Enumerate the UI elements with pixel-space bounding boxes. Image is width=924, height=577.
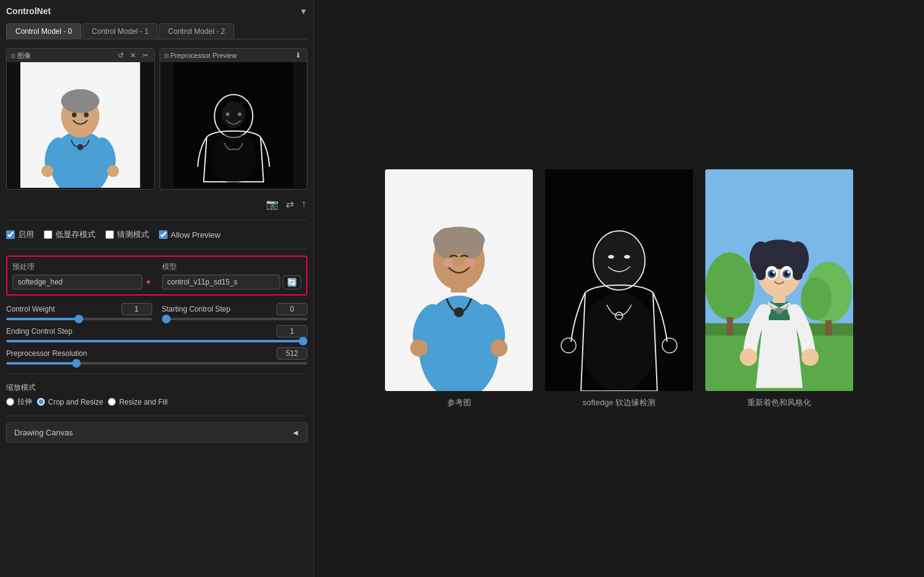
separator-2 (6, 249, 307, 249)
left-panel: ControlNet ▼ Control Model - 0 Control M… (0, 0, 314, 577)
resize-crop-option[interactable]: Crop and Resize (37, 398, 103, 406)
svg-point-65 (772, 271, 775, 273)
source-refresh-icon[interactable]: ↺ (116, 50, 126, 60)
resize-fill-option[interactable]: Resize and Fill (108, 398, 168, 406)
preprocessor-dropdown[interactable]: softedge_hed (12, 275, 142, 289)
svg-point-30 (410, 339, 428, 357)
starting-step-block: Starting Control Step 0 (162, 303, 308, 320)
resize-crop-radio[interactable] (37, 398, 45, 406)
allow-preview-checkbox[interactable]: Allow Preview (159, 230, 221, 240)
svg-point-28 (464, 258, 474, 268)
separator-1 (6, 220, 307, 220)
starting-step-header: Starting Control Step 0 (162, 303, 308, 315)
preproc-res-slider[interactable] (6, 362, 307, 365)
gallery-row: 参考图 (326, 169, 912, 408)
svg-rect-44 (727, 317, 733, 336)
control-weight-header: Control Weight 1 (6, 303, 152, 315)
allow-preview-checkbox-input[interactable] (159, 230, 168, 239)
low-vram-checkbox[interactable]: 低显存模式 (44, 229, 95, 240)
ending-step-slider[interactable] (6, 340, 307, 342)
resize-fill-label: Resize and Fill (119, 398, 168, 406)
guess-mode-checkbox-input[interactable] (105, 230, 114, 239)
panel-title: ControlNet (6, 6, 51, 16)
guess-mode-checkbox[interactable]: 猜测模式 (105, 229, 149, 240)
svg-point-66 (787, 271, 790, 273)
preprocessor-image-icons: ⬇ (293, 50, 303, 60)
gallery-edge-svg (545, 169, 693, 391)
preprocessor-star-icon: ✦ (145, 277, 152, 287)
source-image-header: ⊞ 图像 ↺ ✕ ✂ (7, 49, 154, 62)
source-nurse-svg (7, 62, 154, 188)
gallery-item-1: 参考图 (385, 169, 533, 408)
upload-icon[interactable]: ↑ (300, 197, 307, 211)
model-select-row: control_v11p_sd15_s 🔄 (162, 275, 302, 289)
starting-step-label: Starting Control Step (162, 305, 242, 313)
svg-rect-46 (825, 320, 832, 336)
svg-point-16 (221, 102, 245, 128)
svg-point-17 (211, 133, 256, 184)
ending-step-value: 1 (277, 325, 307, 337)
svg-point-50 (740, 349, 757, 366)
separator-4 (6, 416, 307, 416)
tab-model-2[interactable]: Control Model - 2 (159, 23, 234, 39)
tab-model-0[interactable]: Control Model - 0 (6, 23, 81, 39)
gallery-image-3 (705, 169, 853, 391)
resize-stretch-radio[interactable] (6, 398, 14, 406)
gallery-nurse-ref-svg (385, 169, 533, 391)
gallery-caption-2: softedge 软边缘检测 (583, 397, 656, 408)
resize-crop-label: Crop and Resize (48, 398, 103, 406)
svg-point-34 (581, 293, 657, 391)
model-refresh-button[interactable]: 🔄 (283, 275, 301, 289)
preproc-model-box: 预处理 softedge_hed ✦ 模型 control_v11p_sd15_… (6, 256, 307, 296)
tab-model-1[interactable]: Control Model - 1 (83, 23, 158, 39)
edge-nurse-svg (160, 62, 307, 188)
preproc-res-label: Preprocessor Resolution (6, 349, 87, 358)
drawing-canvas-row[interactable]: Drawing Canvas ◄ (6, 422, 307, 443)
toolbar-row: 📷 ⇄ ↑ (6, 195, 307, 214)
resize-fill-radio[interactable] (108, 398, 116, 406)
low-vram-checkbox-input[interactable] (44, 230, 52, 239)
gallery-image-2 (545, 169, 693, 391)
svg-point-27 (444, 258, 453, 268)
source-image-label: ⊞ 图像 (10, 51, 31, 60)
preprocessor-image-box: ⊞ Preprocessor Preview ⬇ (160, 48, 308, 190)
control-weight-slider[interactable] (6, 318, 152, 320)
svg-point-11 (107, 165, 119, 177)
ending-step-header: Ending Control Step 1 (6, 325, 307, 337)
gallery-caption-3: 重新着色和风格化 (747, 397, 811, 408)
resize-options: 拉伸 Crop and Resize Resize and Fill (6, 397, 307, 407)
model-dropdown[interactable]: control_v11p_sd15_s (162, 275, 281, 289)
svg-point-29 (454, 307, 464, 317)
source-close-icon[interactable]: ✕ (128, 50, 138, 60)
svg-point-38 (624, 255, 630, 259)
svg-point-6 (61, 89, 99, 113)
enable-checkbox[interactable]: 启用 (6, 229, 34, 240)
resize-stretch-option[interactable]: 拉伸 (6, 397, 32, 407)
gallery-item-3: 重新着色和风格化 (705, 169, 853, 408)
model-col-label: 模型 (162, 262, 302, 272)
source-crop-icon[interactable]: ✂ (140, 50, 150, 60)
preprocessor-download-icon[interactable]: ⬇ (293, 50, 303, 60)
preprocessor-column: 预处理 softedge_hed ✦ (12, 262, 152, 289)
camera-icon[interactable]: 📷 (265, 197, 280, 211)
swap-icon[interactable]: ⇄ (285, 197, 295, 211)
starting-step-value: 0 (277, 303, 307, 315)
svg-point-37 (608, 255, 614, 259)
control-weight-block: Control Weight 1 (6, 303, 152, 320)
panel-collapse-arrow[interactable]: ▼ (299, 7, 307, 16)
preproc-model-row: 预处理 softedge_hed ✦ 模型 control_v11p_sd15_… (12, 262, 301, 289)
resize-section: 缩放模式 拉伸 Crop and Resize Resize and Fill (6, 380, 307, 410)
preproc-res-block: Preprocessor Resolution 512 (6, 347, 307, 365)
ending-step-label: Ending Control Step (6, 327, 86, 336)
gallery-caption-1: 参考图 (447, 397, 471, 408)
resize-mode-label: 缩放模式 (6, 382, 307, 393)
enable-checkbox-input[interactable] (6, 230, 15, 239)
panel-header: ControlNet ▼ (6, 6, 307, 16)
starting-step-slider[interactable] (162, 318, 308, 320)
gallery-image-1 (385, 169, 533, 391)
control-weight-value: 1 (121, 303, 152, 315)
preprocessor-label: ⊞ Preprocessor Preview (164, 52, 237, 59)
separator-3 (6, 373, 307, 374)
svg-point-31 (490, 339, 508, 357)
two-col-sliders: Control Weight 1 Starting Control Step 0 (6, 303, 307, 320)
